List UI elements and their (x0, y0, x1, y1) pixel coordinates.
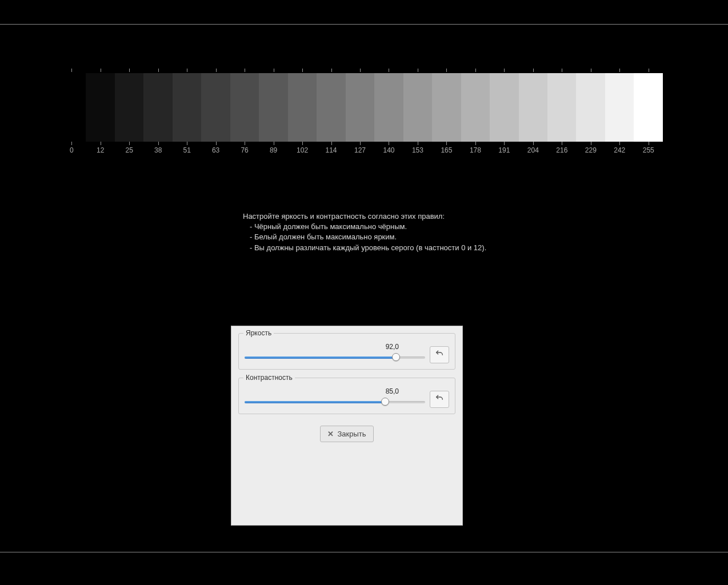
gray-swatch (115, 73, 143, 142)
instruction-rule: - Вы должны различать каждый уровень сер… (243, 243, 486, 253)
contrast-reset-button[interactable] (430, 391, 449, 408)
tick-mark (504, 142, 505, 145)
tick-mark (360, 142, 361, 145)
tick-mark (446, 142, 447, 145)
contrast-slider[interactable] (245, 396, 425, 407)
tick-mark (533, 142, 534, 145)
brightness-slider-thumb[interactable] (392, 353, 400, 361)
tick-mark (360, 69, 361, 72)
brightness-label: Яркость (243, 329, 274, 337)
settings-panel: Яркость 92,0 Контрастность (231, 326, 463, 526)
gray-swatch (346, 73, 374, 142)
instructions-heading: Настройте яркость и контрастность соглас… (243, 211, 486, 222)
divider-bottom (0, 552, 728, 552)
tick-mark (418, 142, 418, 145)
brightness-group: Яркость 92,0 (238, 333, 455, 370)
tick-label: 255 (643, 146, 654, 154)
contrast-slider-thumb[interactable] (381, 398, 389, 406)
tick-mark (216, 69, 217, 72)
tick-mark (331, 142, 332, 145)
gray-swatch (143, 73, 172, 142)
divider-top (0, 24, 728, 25)
tick-mark (187, 69, 187, 72)
grayscale-gradient: 0122538516376891021141271401531651781912… (57, 69, 663, 157)
tick-mark (158, 142, 159, 145)
tick-mark (274, 69, 274, 72)
tick-mark (129, 142, 130, 145)
tick-label: 38 (154, 146, 162, 154)
tick-mark (475, 69, 476, 72)
tick-label: 216 (556, 146, 567, 154)
tick-mark (389, 142, 389, 145)
gray-swatch (201, 73, 230, 142)
contrast-group: Контрастность 85,0 (238, 378, 455, 414)
close-button-label: Закрыть (337, 430, 366, 438)
gray-swatch (605, 73, 634, 142)
instruction-rule: - Белый должен быть максимально ярким. (243, 232, 486, 242)
tick-mark (591, 69, 591, 72)
tick-mark (418, 69, 418, 72)
gray-swatch (230, 73, 259, 142)
gray-swatch (403, 73, 432, 142)
contrast-value: 85,0 (386, 387, 399, 395)
undo-icon (435, 394, 444, 405)
tick-mark (619, 69, 620, 72)
tick-label: 51 (183, 146, 190, 154)
gray-swatch (519, 73, 547, 142)
tick-mark (101, 69, 101, 72)
gray-swatch (547, 73, 576, 142)
tick-mark (591, 142, 591, 145)
tick-mark (619, 142, 620, 145)
tick-label: 178 (470, 146, 481, 154)
tick-label: 63 (212, 146, 219, 154)
gray-swatch (173, 73, 201, 142)
tick-label: 191 (498, 146, 510, 154)
undo-icon (435, 349, 444, 360)
tick-mark (216, 142, 217, 145)
tick-label: 204 (527, 146, 539, 154)
tick-mark (446, 69, 447, 72)
tick-label: 12 (97, 146, 104, 154)
tick-label: 76 (241, 146, 248, 154)
tick-mark (158, 69, 159, 72)
tick-mark (562, 69, 562, 72)
contrast-label: Контрастность (243, 374, 295, 382)
tick-mark (302, 69, 303, 72)
tick-label: 165 (441, 146, 452, 154)
tick-mark (245, 69, 245, 72)
brightness-slider[interactable] (245, 352, 425, 362)
tick-mark (331, 69, 332, 72)
gray-swatch (461, 73, 490, 142)
close-button[interactable]: ✕ Закрыть (320, 426, 373, 442)
instruction-rule: - Чёрный должен быть максимально чёрным. (243, 222, 486, 232)
tick-mark (562, 142, 562, 145)
instructions-block: Настройте яркость и контрастность соглас… (243, 211, 486, 253)
tick-mark (533, 69, 534, 72)
tick-label: 127 (354, 146, 366, 154)
tick-mark (504, 69, 505, 72)
tick-mark (187, 142, 187, 145)
tick-label: 229 (585, 146, 597, 154)
brightness-value: 92,0 (386, 343, 399, 351)
gray-swatch (259, 73, 287, 142)
gray-swatch (288, 73, 317, 142)
gray-swatch (317, 73, 345, 142)
tick-label: 25 (126, 146, 133, 154)
tick-label: 102 (297, 146, 308, 154)
tick-mark (302, 142, 303, 145)
tick-mark (71, 142, 72, 145)
gray-swatch (374, 73, 403, 142)
brightness-reset-button[interactable] (430, 346, 449, 363)
tick-mark (101, 142, 101, 145)
gray-swatch (576, 73, 605, 142)
tick-label: 0 (70, 146, 74, 154)
tick-label: 114 (326, 146, 337, 154)
tick-mark (129, 69, 130, 72)
tick-label: 242 (614, 146, 625, 154)
tick-mark (649, 142, 649, 145)
tick-mark (71, 69, 72, 72)
gray-swatch (57, 73, 86, 142)
gray-swatch (432, 73, 461, 142)
gray-swatch (86, 73, 114, 142)
tick-label: 153 (412, 146, 423, 154)
